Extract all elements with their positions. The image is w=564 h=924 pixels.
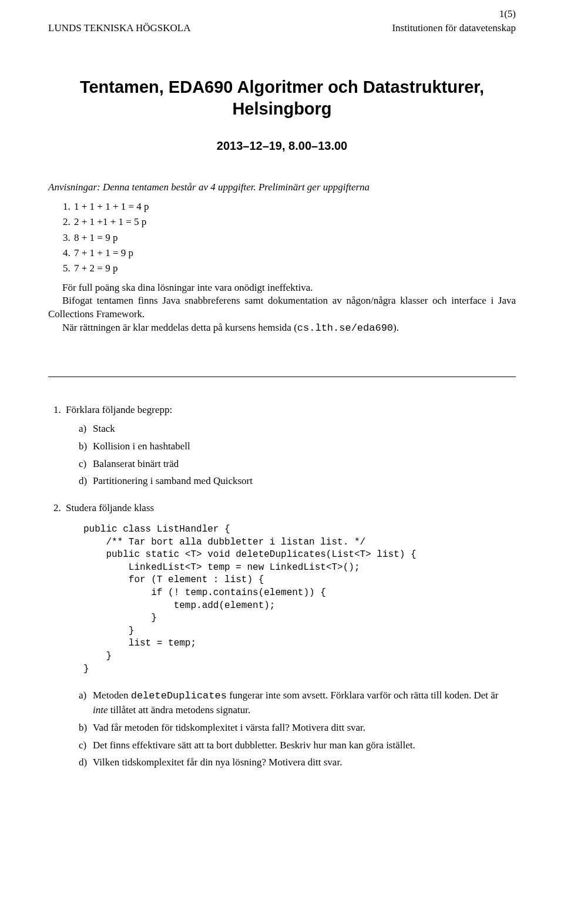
header-right: Institutionen för datavetenskap	[392, 22, 516, 34]
sub-item-c: c)Balanserat binärt träd	[79, 457, 516, 471]
paragraph: Bifogat tentamen finns Java snabbreferen…	[48, 294, 516, 321]
code-text: cs.lth.se/eda690	[297, 322, 393, 334]
sub-item-a: a)Stack	[79, 422, 516, 436]
paragraph: När rättningen är klar meddelas detta på…	[48, 321, 516, 335]
sub-text: Balanserat binärt träd	[93, 458, 179, 469]
points-list: 1 + 1 + 1 + 1 = 4 p 2 + 1 +1 + 1 = 5 p 8…	[48, 199, 516, 277]
code-text: deleteDuplicates	[131, 690, 227, 701]
sub-question-list: a)Stack b)Kollision i en hashtabell c)Ba…	[66, 422, 516, 488]
title-line-2: Helsingborg	[232, 99, 331, 118]
header-left: LUNDS TEKNISKA HÖGSKOLA	[48, 22, 190, 34]
sub-text: Kollision i en hashtabell	[93, 441, 190, 452]
page-number: 1(5)	[499, 8, 516, 20]
sub-item-c: c)Det finns effektivare sätt att ta bort…	[79, 738, 516, 752]
question-1: Förklara följande begrepp: a)Stack b)Kol…	[63, 403, 516, 488]
sub-text: Stack	[93, 423, 115, 434]
code-block: public class ListHandler { /** Tar bort …	[83, 523, 516, 676]
sub-text: Partitionering i samband med Quicksort	[93, 475, 253, 486]
question-intro: Studera följande klass	[66, 502, 154, 513]
sub-item-b: b)Kollision i en hashtabell	[79, 439, 516, 453]
instructions: Anvisningar: Denna tentamen består av 4 …	[48, 181, 516, 194]
points-item: 8 + 1 = 9 p	[73, 230, 516, 246]
sub-item-d: d)Vilken tidskomplexitet får din nya lös…	[79, 755, 516, 770]
sub-text: Vad får metoden för tidskomplexitet i vä…	[93, 722, 365, 733]
text: Metoden	[93, 690, 131, 701]
sub-item-b: b)Vad får metoden för tidskomplexitet i …	[79, 721, 516, 735]
points-item: 7 + 1 + 1 = 9 p	[73, 246, 516, 261]
text: ).	[393, 322, 399, 333]
title-line-1: Tentamen, EDA690 Algoritmer och Datastru…	[80, 78, 484, 96]
text: tillåtet att ändra metodens signatur.	[108, 704, 251, 715]
page: 1(5) LUNDS TEKNISKA HÖGSKOLA Institution…	[0, 0, 564, 924]
points-item: 1 + 1 + 1 + 1 = 4 p	[73, 199, 516, 214]
emphasis: inte	[93, 704, 108, 715]
sub-text: Det finns effektivare sätt att ta bort d…	[93, 740, 415, 751]
sub-item-d: d)Partitionering i samband med Quicksort	[79, 474, 516, 488]
points-item: 7 + 2 = 9 p	[73, 261, 516, 276]
text: fungerar inte som avsett. Förklara varfö…	[227, 690, 499, 701]
sub-item-a: a)Metoden deleteDuplicates fungerar inte…	[79, 688, 516, 717]
exam-title: Tentamen, EDA690 Algoritmer och Datastru…	[48, 76, 516, 119]
sub-text: Vilken tidskomplexitet får din nya lösni…	[93, 757, 342, 768]
question-intro: Förklara följande begrepp:	[66, 404, 172, 415]
instructions-text: Denna tentamen består av 4 uppgifter. Pr…	[100, 182, 370, 193]
question-list: Förklara följande begrepp: a)Stack b)Kol…	[48, 403, 516, 770]
points-item: 2 + 1 +1 + 1 = 5 p	[73, 214, 516, 230]
paragraph: För full poäng ska dina lösningar inte v…	[48, 281, 516, 295]
instructions-prefix: Anvisningar:	[48, 182, 100, 193]
sub-question-list: a)Metoden deleteDuplicates fungerar inte…	[66, 688, 516, 770]
exam-date: 2013–12–19, 8.00–13.00	[48, 139, 516, 153]
text: När rättningen är klar meddelas detta på…	[62, 322, 297, 333]
question-2: Studera följande klass public class List…	[63, 501, 516, 770]
divider	[48, 377, 516, 377]
document-header: LUNDS TEKNISKA HÖGSKOLA Institutionen fö…	[48, 22, 516, 34]
